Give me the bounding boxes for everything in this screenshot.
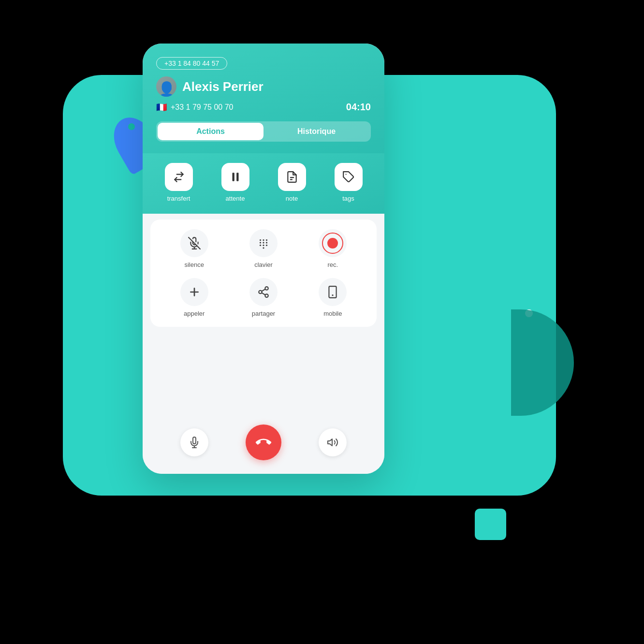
mobile-icon [327, 286, 338, 298]
phone-card: +33 1 84 80 44 57 👤 Alexis Perrier 🇫🇷 +3… [143, 44, 384, 474]
teal-square-decoration [475, 509, 506, 540]
tab-actions[interactable]: Actions [158, 123, 263, 140]
tab-historique[interactable]: Historique [263, 123, 369, 140]
rec-label: rec. [327, 261, 338, 268]
svg-line-24 [262, 289, 265, 291]
svg-point-9 [263, 239, 264, 241]
teal-semicircle-decoration [511, 309, 574, 416]
svg-point-10 [266, 239, 267, 241]
appeler-label: appeler [184, 310, 205, 317]
action-transfert[interactable]: transfert [165, 163, 193, 202]
svg-point-8 [260, 239, 261, 241]
note-icon [286, 171, 298, 183]
btn-mobile[interactable]: mobile [301, 278, 365, 317]
hangup-icon [256, 435, 271, 450]
svg-point-17 [263, 247, 264, 249]
mic-button[interactable] [180, 428, 208, 456]
tag-icon [342, 171, 355, 183]
action-attente[interactable]: attente [221, 163, 249, 202]
note-label: note [286, 195, 298, 202]
inbound-number-badge: +33 1 84 80 44 57 [156, 57, 227, 70]
svg-point-14 [260, 245, 261, 246]
tags-label: tags [342, 195, 354, 202]
teal-dot-decoration [128, 123, 135, 130]
note-icon-wrap [278, 163, 306, 191]
secondary-grid: silence [162, 229, 365, 317]
svg-rect-0 [232, 173, 234, 181]
svg-rect-25 [329, 286, 337, 298]
clavier-label: clavier [254, 261, 273, 268]
mobile-label: mobile [323, 310, 342, 317]
svg-point-12 [263, 242, 264, 243]
partager-icon-wrap [249, 278, 278, 306]
tabs-row: Actions Historique [156, 121, 371, 142]
mic-off-icon [188, 237, 201, 249]
btn-silence[interactable]: silence [162, 229, 226, 268]
plus-icon [188, 286, 201, 298]
keypad-icon [257, 237, 270, 249]
call-timer: 04:10 [346, 102, 371, 113]
svg-point-16 [266, 245, 267, 246]
action-tags[interactable]: tags [335, 163, 363, 202]
mobile-icon-wrap [319, 278, 347, 306]
partager-label: partager [252, 310, 275, 317]
clavier-icon-wrap [249, 229, 278, 257]
attente-icon-wrap [221, 163, 249, 191]
share-icon [257, 286, 270, 298]
btn-clavier[interactable]: clavier [231, 229, 295, 268]
caller-name: Alexis Perrier [182, 79, 263, 94]
svg-marker-29 [328, 439, 332, 446]
pause-icon [229, 171, 242, 183]
hang-up-button[interactable] [246, 424, 281, 460]
rec-icon-wrap [319, 229, 347, 257]
svg-point-11 [260, 242, 261, 243]
transfert-icon-wrap [165, 163, 193, 191]
appeler-icon-wrap [180, 278, 208, 306]
mic-icon [189, 437, 200, 448]
attente-label: attente [226, 195, 245, 202]
tags-icon-wrap [335, 163, 363, 191]
svg-point-13 [266, 242, 267, 243]
transfer-icon [173, 171, 185, 183]
transfert-label: transfert [167, 195, 190, 202]
silence-label: silence [184, 261, 204, 268]
btn-partager[interactable]: partager [231, 278, 295, 317]
record-icon [322, 233, 343, 254]
speaker-icon [327, 437, 338, 448]
call-header: +33 1 84 80 44 57 👤 Alexis Perrier 🇫🇷 +3… [143, 44, 384, 153]
caller-row: 👤 Alexis Perrier [156, 76, 371, 97]
caller-number-row: 🇫🇷 +33 1 79 75 00 70 04:10 [156, 102, 371, 113]
svg-line-23 [262, 293, 265, 295]
svg-point-15 [263, 245, 264, 246]
actions-grid: transfert attente [143, 153, 384, 214]
action-note[interactable]: note [278, 163, 306, 202]
svg-rect-1 [236, 173, 238, 181]
flag-icon: 🇫🇷 [156, 102, 167, 113]
scene: +33 1 84 80 44 57 👤 Alexis Perrier 🇫🇷 +3… [0, 0, 644, 644]
bottom-bar [143, 417, 384, 474]
btn-appeler[interactable]: appeler [162, 278, 226, 317]
silence-icon-wrap [180, 229, 208, 257]
caller-phone-number: 🇫🇷 +33 1 79 75 00 70 [156, 102, 233, 113]
caller-number-text: +33 1 79 75 00 70 [171, 103, 233, 112]
btn-rec[interactable]: rec. [301, 229, 365, 268]
speaker-button[interactable] [319, 428, 347, 456]
avatar: 👤 [156, 76, 176, 97]
secondary-actions-section: silence [150, 220, 377, 327]
